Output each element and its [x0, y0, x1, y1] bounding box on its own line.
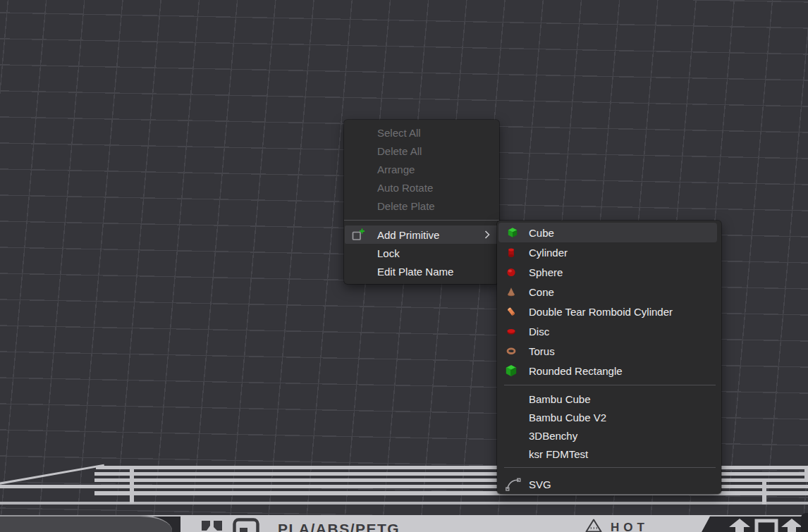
plate-edge-line: [0, 502, 808, 505]
submenu-item-label: Cone: [529, 286, 554, 298]
cube-icon: [507, 227, 518, 238]
submenu-item-cylinder[interactable]: Cylinder: [497, 242, 721, 262]
rounded-rectangle-icon: [506, 365, 517, 376]
menu-item-edit-plate-name[interactable]: Edit Plate Name: [344, 262, 499, 280]
submenu-separator: [504, 467, 716, 468]
submenu-item-3dbenchy[interactable]: 3DBenchy: [497, 426, 721, 445]
menu-item-lock[interactable]: Lock: [344, 244, 499, 262]
submenu-item-label: Double Tear Romboid Cylinder: [529, 306, 673, 318]
menu-item-delete-plate: Delete Plate: [344, 197, 499, 215]
submenu-item-label: Torus: [529, 345, 555, 357]
submenu-item-label: Disc: [529, 326, 549, 338]
menu-item-label: Delete Plate: [377, 200, 435, 212]
submenu-item-label: Cylinder: [529, 247, 568, 259]
plate-outline-icon: [754, 519, 778, 532]
submenu-item-svg[interactable]: SVG: [497, 472, 721, 496]
plate-code-icon: [233, 518, 259, 532]
plate-edge-connector: [130, 466, 134, 503]
menu-item-label: Auto Rotate: [377, 182, 433, 194]
plate-corner-block: [801, 513, 808, 532]
submenu-item-cube[interactable]: Cube: [498, 223, 717, 242]
menu-item-delete-all: Delete All: [344, 142, 499, 160]
submenu-item-label: Sphere: [529, 266, 563, 278]
submenu-item-label: ksr FDMTest: [529, 448, 588, 460]
chevron-right-icon: [484, 230, 490, 239]
submenu-item-bambu-cube-v2[interactable]: Bambu Cube V2: [497, 408, 721, 426]
menu-item-select-all: Select All: [344, 123, 499, 142]
menu-item-label: Edit Plate Name: [377, 266, 453, 278]
bambu-logo-icon: [202, 519, 224, 532]
sphere-icon: [506, 266, 517, 278]
submenu-item-label: 3DBenchy: [529, 430, 577, 442]
submenu-item-rounded-rectangle[interactable]: Rounded Rectangle: [497, 361, 721, 381]
cone-icon: [506, 286, 517, 297]
submenu-item-label: Bambu Cube V2: [529, 412, 606, 423]
disc-icon: [506, 326, 517, 337]
menu-item-add-primitive[interactable]: Add Primitive: [345, 225, 498, 244]
hot-warning-icon: [585, 519, 602, 532]
menu-item-label: Lock: [377, 247, 400, 259]
menu-item-label: Select All: [377, 127, 421, 139]
submenu-item-disc[interactable]: Disc: [497, 321, 721, 341]
context-menu: Select All Delete All Arrange Auto Rotat…: [344, 120, 499, 284]
menu-item-label: Delete All: [377, 145, 422, 157]
arrow-up-icon: [780, 519, 804, 532]
cylinder-icon: [506, 247, 517, 258]
submenu-item-sphere[interactable]: Sphere: [497, 262, 721, 282]
menu-item-label: Add Primitive: [377, 229, 439, 241]
submenu-item-label: SVG: [529, 478, 551, 490]
submenu-separator: [504, 385, 716, 385]
double-tear-romboid-cylinder-icon: [506, 306, 517, 317]
plate-front-tab: [0, 515, 172, 532]
plate-surface-label: PLA/ABS/PETG: [278, 521, 400, 532]
menu-item-arrange: Arrange: [344, 160, 499, 178]
add-primitive-submenu: Cube Cylinder Sphere Cone: [497, 221, 721, 494]
submenu-item-label: Cube: [529, 227, 554, 239]
plate-edge-connector: [762, 478, 766, 505]
submenu-item-torus[interactable]: Torus: [497, 341, 721, 361]
menu-item-auto-rotate: Auto Rotate: [344, 178, 499, 197]
hot-warning-text: HOT: [611, 521, 649, 532]
bezier-curve-icon: [506, 476, 521, 492]
arrow-up-icon: [728, 519, 752, 532]
submenu-item-label: Bambu Cube: [529, 393, 591, 405]
submenu-item-ksr-fdmtest[interactable]: ksr FDMTest: [497, 445, 721, 463]
submenu-item-double-tear-romboid-cylinder[interactable]: Double Tear Romboid Cylinder: [497, 302, 721, 321]
plate-label-strip: PLA/ABS/PETG HOT: [180, 515, 711, 532]
menu-item-label: Arrange: [377, 163, 415, 175]
submenu-item-label: Rounded Rectangle: [529, 365, 623, 377]
menu-separator: [344, 220, 499, 221]
submenu-item-cone[interactable]: Cone: [497, 282, 721, 302]
torus-icon: [506, 345, 517, 357]
submenu-item-bambu-cube[interactable]: Bambu Cube: [497, 390, 721, 408]
plate-edge-mark: [804, 466, 808, 478]
add-primitive-icon: [351, 228, 365, 242]
